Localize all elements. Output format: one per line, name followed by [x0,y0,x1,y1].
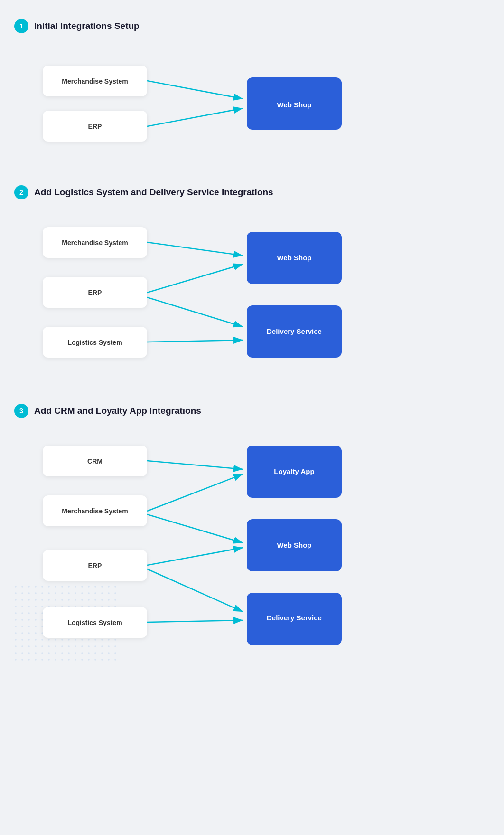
section-2: 2 Add Logistics System and Delivery Serv… [14,185,395,381]
svg-text:Delivery Service: Delivery Service [267,327,322,335]
step-badge-3: 3 [14,404,28,418]
svg-text:Loyalty App: Loyalty App [274,467,314,475]
svg-text:Web Shop: Web Shop [277,254,311,262]
svg-text:Merchandise System: Merchandise System [62,507,128,515]
svg-text:Delivery Service: Delivery Service [267,614,322,622]
svg-text:Web Shop: Web Shop [277,541,311,549]
svg-text:Web Shop: Web Shop [277,101,311,109]
section-1-title: Initial Integrations Setup [34,21,140,31]
svg-text:ERP: ERP [88,123,102,130]
svg-text:ERP: ERP [88,562,102,569]
svg-text:Logistics System: Logistics System [67,339,122,346]
svg-text:ERP: ERP [88,289,102,296]
diagram-1-svg: Merchandise System ERP Web Shop [33,56,375,151]
svg-text:CRM: CRM [87,457,103,465]
svg-text:Merchandise System: Merchandise System [62,77,128,85]
section-1: 1 Initial Integrations Setup Merchandise… [14,19,395,162]
step-badge-1: 1 [14,19,28,33]
section-2-title: Add Logistics System and Delivery Servic… [34,187,273,198]
section-1-header: 1 Initial Integrations Setup [14,19,395,33]
diagram-2: Merchandise System ERP Logistics System … [14,213,395,381]
section-3-title: Add CRM and Loyalty App Integrations [34,406,201,416]
diagram-3: CRM Merchandise System ERP Logistics Sys… [14,431,395,661]
diagram-2-svg: Merchandise System ERP Logistics System … [33,222,375,370]
diagram-1: Merchandise System ERP Web Shop [14,47,395,162]
section-3-header: 3 Add CRM and Loyalty App Integrations [14,404,395,418]
diagram-3-svg: CRM Merchandise System ERP Logistics Sys… [33,441,375,650]
section-2-header: 2 Add Logistics System and Delivery Serv… [14,185,395,199]
step-badge-2: 2 [14,185,28,199]
section-3: 3 Add CRM and Loyalty App Integrations [14,404,395,661]
svg-text:Merchandise System: Merchandise System [62,239,128,247]
svg-text:Logistics System: Logistics System [67,619,122,626]
